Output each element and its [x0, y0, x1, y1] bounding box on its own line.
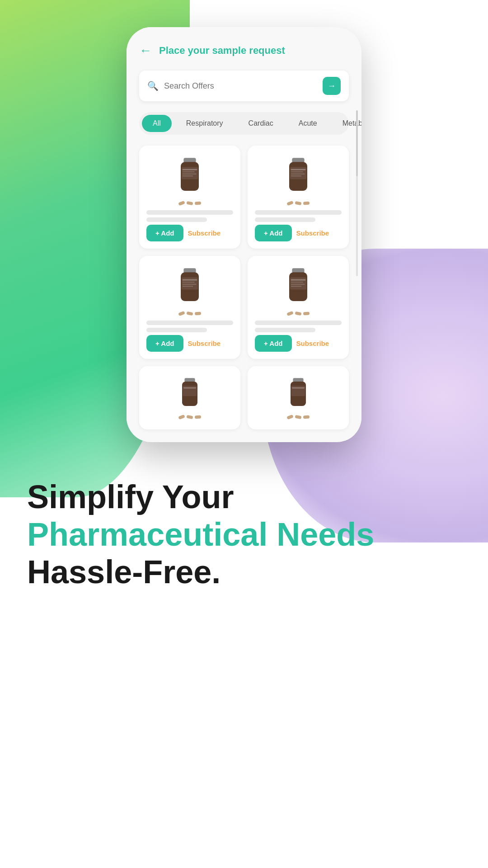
filter-tabs: All Respiratory Cardiac Acute Metabolic	[139, 112, 349, 135]
svg-rect-5	[183, 174, 197, 175]
search-icon: 🔍	[147, 80, 159, 91]
product-name-bar	[146, 210, 233, 215]
hero-line3: Hassle-Free.	[27, 553, 461, 591]
svg-rect-35	[292, 387, 305, 388]
product-actions: + Add Subscribe	[255, 225, 342, 241]
search-bar: 🔍 →	[139, 71, 349, 101]
search-submit-button[interactable]: →	[323, 77, 341, 95]
product-card-partial	[139, 366, 240, 429]
product-image	[255, 375, 342, 419]
svg-rect-3	[183, 169, 197, 170]
svg-rect-18	[183, 282, 195, 283]
svg-rect-30	[183, 386, 197, 396]
svg-rect-34	[291, 386, 305, 396]
product-actions: + Add Subscribe	[146, 335, 233, 352]
product-card: + Add Subscribe	[139, 256, 240, 359]
product-card: + Add Subscribe	[248, 146, 349, 249]
product-name-bar	[255, 321, 342, 325]
filter-tab-respiratory[interactable]: Respiratory	[175, 115, 234, 132]
product-actions: + Add Subscribe	[255, 335, 342, 352]
filter-tab-acute[interactable]: Acute	[288, 115, 328, 132]
search-input[interactable]	[164, 81, 317, 91]
svg-rect-2	[182, 167, 198, 179]
svg-rect-20	[183, 286, 193, 287]
product-name-bar	[255, 210, 342, 215]
product-name-bar-short	[255, 328, 315, 332]
product-actions: + Add Subscribe	[146, 225, 233, 241]
svg-rect-24	[291, 279, 306, 281]
svg-rect-12	[291, 174, 305, 175]
svg-rect-31	[183, 387, 196, 388]
svg-rect-27	[291, 286, 302, 287]
product-name-bar-short	[146, 328, 207, 332]
scrollbar[interactable]	[356, 110, 358, 276]
subscribe-button[interactable]: Subscribe	[296, 340, 329, 347]
svg-rect-10	[291, 169, 306, 170]
add-button[interactable]: + Add	[146, 335, 183, 352]
product-name-bar-short	[146, 217, 207, 222]
product-image	[146, 375, 233, 419]
hero-section: Simplify Your Pharmaceutical Needs Hassl…	[0, 442, 488, 636]
product-card: + Add Subscribe	[248, 256, 349, 359]
subscribe-button[interactable]: Subscribe	[188, 229, 221, 237]
svg-rect-4	[183, 171, 195, 172]
screen-header: ← Place your sample request	[139, 43, 349, 58]
subscribe-button[interactable]: Subscribe	[188, 340, 221, 347]
svg-rect-23	[290, 277, 306, 289]
svg-rect-26	[291, 284, 305, 285]
products-grid: + Add Subscribe	[139, 146, 349, 429]
subscribe-button[interactable]: Subscribe	[296, 229, 329, 237]
hero-line1: Simplify Your	[27, 478, 461, 516]
scrollbar-thumb	[356, 110, 358, 177]
filter-tab-all[interactable]: All	[142, 115, 172, 132]
product-image	[146, 155, 233, 205]
svg-rect-19	[183, 284, 197, 285]
svg-rect-11	[291, 171, 303, 172]
add-button[interactable]: + Add	[255, 225, 292, 241]
screen-title: Place your sample request	[159, 45, 285, 57]
back-button[interactable]: ←	[139, 43, 152, 58]
arrow-right-icon: →	[328, 81, 336, 91]
product-image	[255, 155, 342, 205]
product-name-bar	[146, 321, 233, 325]
svg-rect-9	[290, 167, 306, 179]
svg-rect-6	[183, 175, 193, 176]
svg-rect-16	[182, 277, 198, 289]
add-button[interactable]: + Add	[255, 335, 292, 352]
hero-line2: Pharmaceutical Needs	[27, 516, 461, 553]
product-name-bar-short	[255, 217, 315, 222]
product-image	[146, 265, 233, 315]
product-card: + Add Subscribe	[139, 146, 240, 249]
add-button[interactable]: + Add	[146, 225, 183, 241]
product-image	[255, 265, 342, 315]
product-card-partial	[248, 366, 349, 429]
svg-rect-25	[291, 282, 303, 283]
filter-tab-cardiac[interactable]: Cardiac	[238, 115, 284, 132]
svg-rect-13	[291, 175, 302, 176]
svg-rect-17	[183, 279, 197, 281]
